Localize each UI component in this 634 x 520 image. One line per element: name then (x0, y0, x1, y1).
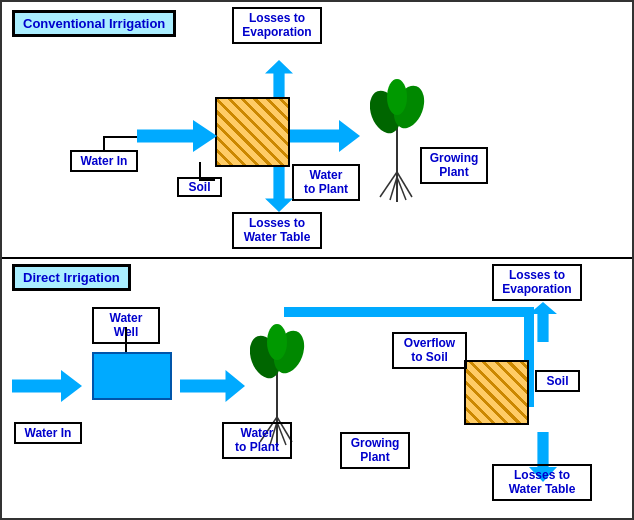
losses-evaporation-label: Losses toEvaporation (232, 7, 322, 44)
soil-to-plant-arrow (290, 120, 360, 152)
conventional-water-to-plant-label: Waterto Plant (292, 164, 360, 201)
soil-connector-v (199, 162, 201, 179)
direct-water-in-arrow (12, 370, 82, 402)
well-connector-v (125, 327, 127, 352)
conventional-plant-svg (370, 62, 425, 202)
overflow-to-soil-label: Overflowto Soil (392, 332, 467, 369)
conventional-soil-box (215, 97, 290, 167)
top-pipe-h (284, 307, 534, 317)
svg-point-15 (267, 324, 287, 360)
direct-losses-evaporation-label: Losses toEvaporation (492, 264, 582, 301)
water-well-box (92, 352, 172, 400)
soil-connector-h (199, 179, 215, 181)
direct-growing-plant-label: GrowingPlant (340, 432, 410, 469)
conventional-losses-water-table-label: Losses toWater Table (232, 212, 322, 249)
direct-soil-label: Soil (535, 370, 580, 392)
conventional-water-in-label: Water In (70, 150, 138, 172)
section-divider (2, 257, 632, 259)
water-in-v-line (103, 136, 105, 150)
direct-soil-box (464, 360, 529, 425)
conventional-title: Conventional Irrigation (12, 10, 176, 37)
water-in-arrow (137, 120, 217, 152)
conventional-growing-plant-label: GrowingPlant (420, 147, 488, 184)
direct-losses-water-table-label: Losses toWater Table (492, 464, 592, 501)
svg-point-7 (387, 79, 407, 115)
water-in-h-line (103, 136, 137, 138)
direct-title: Direct Irrigation (12, 264, 131, 291)
water-table-arrow-down (265, 167, 293, 212)
direct-water-to-plant-label: Waterto Plant (222, 422, 292, 459)
direct-water-in-label: Water In (14, 422, 82, 444)
well-to-plant-arrow (180, 370, 245, 402)
